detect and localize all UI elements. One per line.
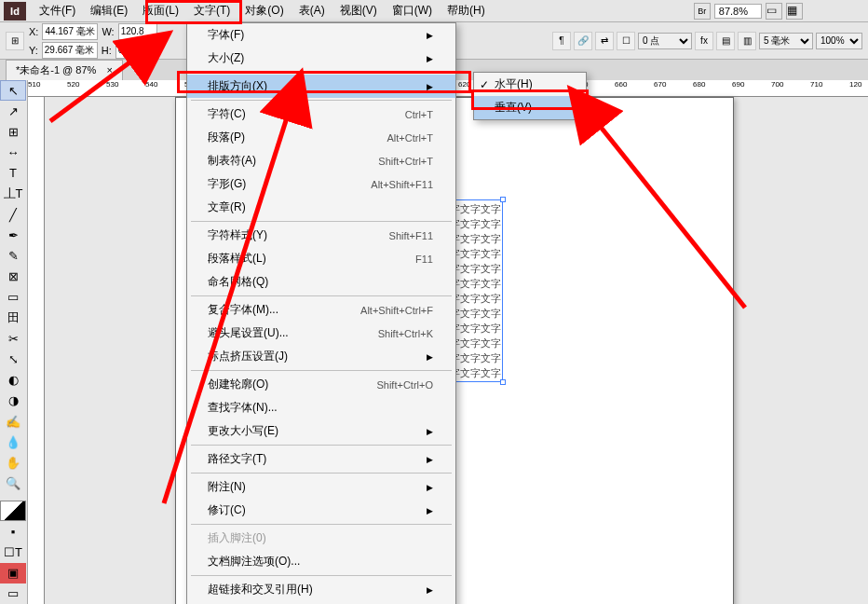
menu-item-label: 更改大小写(E) xyxy=(208,423,278,439)
close-icon[interactable]: × xyxy=(106,64,112,76)
menu-item-L[interactable]: 段落样式(L)F11 xyxy=(187,247,455,270)
screen-mode-icon[interactable]: ▭ xyxy=(766,3,782,20)
arrange-icon[interactable]: ▦ xyxy=(786,3,803,20)
submenu-item-V[interactable]: 垂直(V) xyxy=(474,96,586,119)
gradient-feather-tool[interactable]: ◑ xyxy=(0,391,26,411)
zoom-tool[interactable]: 🔍 xyxy=(0,474,26,494)
menu-item-T[interactable]: 路径文字(T)▶ xyxy=(187,447,455,471)
submenu-arrow-icon: ▶ xyxy=(427,31,433,40)
menu-item-Q[interactable]: 命名网格(Q) xyxy=(187,270,455,294)
page-tool[interactable]: ⊞ xyxy=(0,121,26,142)
h-label: H: xyxy=(102,45,112,56)
menu-item-X[interactable]: 排版方向(X)▶ xyxy=(187,75,455,98)
type-tool[interactable]: T xyxy=(0,163,26,184)
menu-item-M[interactable]: 复合字体(M)...Alt+Shift+Ctrl+F xyxy=(187,298,455,322)
size-dropdown[interactable]: 5 毫米 xyxy=(759,33,813,49)
menu-item-Y[interactable]: 字符样式(Y)Shift+F11 xyxy=(187,224,455,247)
menu-item-N[interactable]: 查找字体(N)... xyxy=(187,396,455,419)
menu-item-R[interactable]: 文章(R) xyxy=(187,196,455,219)
line-tool[interactable]: ╱ xyxy=(0,204,26,225)
menu-item-P[interactable]: 段落(P)Alt+Ctrl+T xyxy=(187,126,455,149)
hand-tool[interactable]: ✋ xyxy=(0,452,26,473)
x-label: X: xyxy=(29,26,38,37)
menu-item-G[interactable]: 字形(G)Alt+Shift+F11 xyxy=(187,172,455,196)
br-icon[interactable]: Br xyxy=(694,3,711,20)
menu-item-O[interactable]: 文档脚注选项(O)... xyxy=(187,550,455,573)
submenu-arrow-icon: ▶ xyxy=(427,585,433,595)
stroke-weight[interactable]: 0 点 xyxy=(638,33,692,49)
menu-item-O[interactable]: 创建轮廓(O)Shift+Ctrl+O xyxy=(187,373,455,396)
ruler-tick: 120 xyxy=(849,80,861,89)
rectangle-tool[interactable]: ▭ xyxy=(0,287,26,308)
menu-type[interactable]: 文字(T) xyxy=(186,0,237,21)
menu-item-H[interactable]: 超链接和交叉引用(H)▶ xyxy=(187,578,455,601)
free-transform-tool[interactable]: ⤡ xyxy=(0,349,26,369)
fill-stroke-swatch[interactable] xyxy=(0,501,26,521)
pen-tool[interactable]: ✒ xyxy=(0,225,26,245)
menu-item-N[interactable]: 附注(N)▶ xyxy=(187,475,455,499)
menu-layout[interactable]: 版面(L) xyxy=(135,0,186,21)
menu-help[interactable]: 帮助(H) xyxy=(440,0,493,21)
grid-tool[interactable]: 田 xyxy=(0,308,26,328)
rectangle-frame-tool[interactable]: ⊠ xyxy=(0,267,26,287)
selection-tool[interactable]: ↖ xyxy=(0,80,26,101)
ruler-tick: 540 xyxy=(145,80,157,89)
direct-selection-tool[interactable]: ↗ xyxy=(0,101,26,121)
menu-window[interactable]: 窗口(W) xyxy=(385,0,440,21)
align-icon[interactable]: ▤ xyxy=(716,32,735,50)
menu-view[interactable]: 视图(V) xyxy=(332,0,385,21)
apply-color-icon[interactable]: ▪ xyxy=(0,521,26,542)
zoom-value[interactable]: 87.8% xyxy=(714,4,762,19)
pencil-tool[interactable]: ✎ xyxy=(0,246,26,267)
menu-item-C[interactable]: 字符(C)Ctrl+T xyxy=(187,103,455,126)
preview-mode-icon[interactable]: ▭ xyxy=(0,583,26,604)
paragraph-icon[interactable]: ¶ xyxy=(552,32,571,50)
gradient-swatch-tool[interactable]: ◐ xyxy=(0,370,26,391)
ruler-tick: 670 xyxy=(654,80,666,89)
scissors-tool[interactable]: ✂ xyxy=(0,328,26,349)
menu-table[interactable]: 表(A) xyxy=(292,0,332,21)
menu-item-label: 制表符(A) xyxy=(208,153,256,169)
menu-item-label: 路径文字(T) xyxy=(208,451,266,467)
gap-tool[interactable]: ↔ xyxy=(0,143,26,163)
ruler-tick: 660 xyxy=(615,80,627,89)
menu-item-U[interactable]: 避头尾设置(U)...Shift+Ctrl+K xyxy=(187,322,455,345)
eyedropper-tool[interactable]: 💧 xyxy=(0,432,26,452)
menu-edit[interactable]: 编辑(E) xyxy=(83,0,135,21)
menu-item-J[interactable]: 标点挤压设置(J)▶ xyxy=(187,345,455,368)
menu-item-label: 查找字体(N)... xyxy=(208,400,278,416)
reference-point-icon[interactable]: ⊞ xyxy=(6,32,24,50)
x-input[interactable] xyxy=(42,23,98,40)
menu-object[interactable]: 对象(O) xyxy=(237,0,291,21)
menu-item-label: 文章(R) xyxy=(208,199,246,215)
link-icon[interactable]: 🔗 xyxy=(574,32,592,50)
submenu-item-H[interactable]: ✓水平(H) xyxy=(474,73,586,96)
h-input[interactable] xyxy=(115,42,155,59)
canvas[interactable]: 文字文字文字文字文字文字文字 文字文字文字文字文字文字文字 文字文字文字文字文字… xyxy=(45,97,868,604)
shortcut-label: Shift+Ctrl+T xyxy=(378,156,433,167)
submenu-arrow-icon: ▶ xyxy=(427,506,433,515)
type-vertical-tool[interactable]: 丄T xyxy=(0,184,26,204)
menu-item-F[interactable]: 字体(F)▶ xyxy=(187,23,455,47)
menu-item-label: 超链接和交叉引用(H) xyxy=(208,582,313,597)
menu-item-C[interactable]: 修订(C)▶ xyxy=(187,499,455,522)
menu-item-label: 创建轮廓(O) xyxy=(208,377,268,392)
w-input[interactable] xyxy=(118,23,157,40)
distribute-icon[interactable]: ▥ xyxy=(738,32,756,50)
menu-item-E[interactable]: 更改大小写(E)▶ xyxy=(187,419,455,443)
stroke-icon[interactable]: ☐ xyxy=(617,32,635,50)
menu-file[interactable]: 文件(F) xyxy=(32,0,83,21)
formatting-container-icon[interactable]: ☐T xyxy=(0,542,26,562)
y-input[interactable] xyxy=(42,42,98,59)
handle-tr[interactable] xyxy=(500,197,506,202)
document-tab[interactable]: *未命名-1 @ 87% × xyxy=(6,60,123,80)
fx-icon[interactable]: fx xyxy=(695,32,713,50)
menu-item-0: 插入脚注(0) xyxy=(187,527,455,550)
menu-item-A[interactable]: 制表符(A)Shift+Ctrl+T xyxy=(187,149,455,172)
flip-icon[interactable]: ⇄ xyxy=(595,32,614,50)
note-tool[interactable]: ✍ xyxy=(0,411,26,432)
menu-item-Z[interactable]: 大小(Z)▶ xyxy=(187,47,455,70)
handle-br[interactable] xyxy=(500,379,506,385)
pct-dropdown[interactable]: 100% xyxy=(816,33,862,49)
normal-view-icon[interactable]: ▣ xyxy=(0,563,26,583)
